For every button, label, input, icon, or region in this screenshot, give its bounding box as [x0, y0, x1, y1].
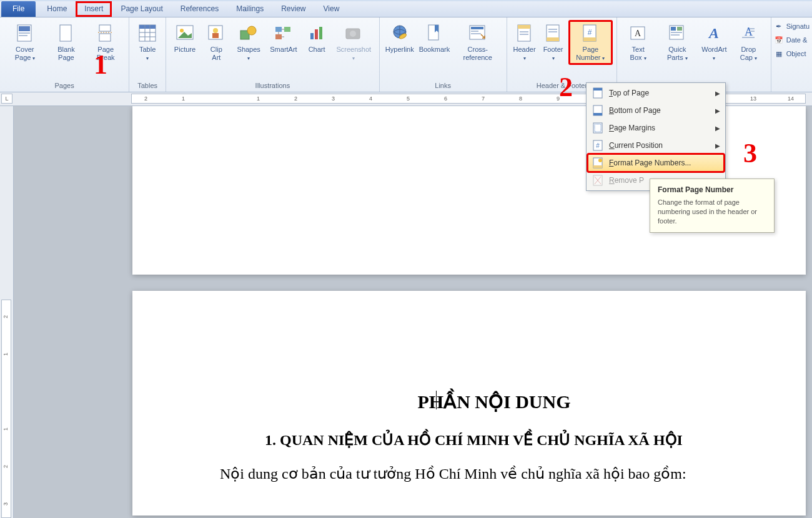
- dropdown-format-page-numbers[interactable]: Format Page Numbers...: [588, 154, 724, 172]
- table-button[interactable]: Table▾: [133, 20, 162, 65]
- drop-cap-label: Drop Cap ▾: [735, 46, 763, 62]
- ribbon: Cover Page ▾ Blank Page Page Break Pages…: [0, 17, 812, 92]
- chart-button[interactable]: Chart: [302, 20, 331, 57]
- picture-label: Picture: [174, 46, 196, 54]
- svg-rect-19: [212, 33, 219, 38]
- svg-rect-36: [471, 31, 478, 32]
- text-box-button[interactable]: A Text Box ▾: [621, 20, 655, 65]
- clip-art-label: Clip Art: [205, 46, 227, 62]
- document-paragraph: Nội dung cơ bản của tư tưởng Hồ Chí Minh…: [220, 465, 768, 482]
- cover-page-icon: [15, 23, 35, 43]
- menubar: File Home Insert Page Layout References …: [0, 1, 812, 17]
- menu-tab-mailings[interactable]: Mailings: [227, 1, 272, 17]
- svg-rect-26: [315, 29, 318, 39]
- quick-parts-button[interactable]: Quick Parts ▾: [656, 20, 698, 65]
- picture-button[interactable]: Picture: [170, 20, 200, 57]
- cover-page-button[interactable]: Cover Page ▾: [4, 20, 46, 65]
- ribbon-group-links: Hyperlink Bookmark Cross-reference Links: [380, 17, 507, 92]
- object-button[interactable]: ▦Object: [774, 49, 810, 59]
- chart-label: Chart: [309, 46, 325, 54]
- clip-art-icon: [206, 23, 226, 43]
- svg-rect-2: [19, 32, 30, 34]
- page-margins-icon: [592, 122, 604, 134]
- svg-text:A: A: [708, 25, 719, 41]
- wordart-icon: A: [704, 23, 724, 43]
- blank-page-label: Blank Page: [52, 46, 81, 62]
- svg-point-18: [213, 28, 218, 33]
- svg-point-71: [598, 159, 602, 162]
- clip-art-button[interactable]: Clip Art: [201, 20, 232, 65]
- svg-rect-55: [671, 34, 680, 36]
- svg-rect-47: [583, 37, 596, 41]
- page-break-label: Page Break: [91, 46, 121, 62]
- wordart-button[interactable]: A WordArt▾: [700, 20, 729, 65]
- shapes-button[interactable]: Shapes▾: [233, 20, 265, 65]
- screenshot-button[interactable]: Screenshot▾: [332, 20, 375, 65]
- menu-tab-review[interactable]: Review: [272, 1, 314, 17]
- dropdown-bottom-of-page[interactable]: Bottom of Page ▶: [588, 102, 724, 119]
- drop-cap-icon: A: [738, 23, 758, 43]
- hyperlink-button[interactable]: Hyperlink: [384, 20, 416, 57]
- svg-rect-9: [139, 25, 156, 29]
- svg-rect-44: [548, 29, 557, 30]
- date-time-button[interactable]: 📅Date &: [774, 35, 810, 45]
- cross-reference-icon: [468, 23, 488, 43]
- svg-rect-5: [99, 25, 111, 31]
- svg-rect-62: [593, 88, 602, 90]
- page-break-button[interactable]: Page Break: [86, 20, 125, 65]
- header-button[interactable]: Header▾: [511, 20, 538, 65]
- svg-rect-41: [520, 34, 528, 35]
- ruler-corner: L: [1, 94, 12, 104]
- blank-page-button[interactable]: Blank Page: [47, 20, 86, 65]
- screenshot-icon: [344, 23, 364, 43]
- svg-text:#: #: [596, 142, 600, 149]
- svg-rect-58: [750, 28, 755, 29]
- dropdown-top-of-page[interactable]: Top of Page ▶: [588, 84, 724, 102]
- object-icon: ▦: [774, 49, 784, 59]
- svg-rect-39: [518, 25, 530, 29]
- menu-tab-file[interactable]: File: [1, 1, 36, 17]
- page-bottom-icon: [592, 105, 604, 116]
- signature-line-button[interactable]: ✒Signatu: [774, 21, 810, 31]
- document-page-2[interactable]: PHẦN NỘI DUNG 1. QUAN NIỆM CỦA HỒ CHÍ MI…: [132, 291, 806, 516]
- dropdown-label: Bottom of Page: [609, 106, 661, 115]
- menu-tab-insert[interactable]: Insert: [76, 1, 112, 17]
- ribbon-group-label-links: Links: [384, 81, 503, 90]
- vertical-ruler[interactable]: 2 1 1 2 3: [0, 106, 14, 518]
- menu-tab-home[interactable]: Home: [38, 1, 76, 17]
- menu-tab-references[interactable]: References: [172, 1, 227, 17]
- dropdown-page-margins[interactable]: Page Margins ▶: [588, 119, 724, 137]
- page-number-button[interactable]: # Page Number ▾: [568, 20, 613, 65]
- format-page-number-icon: [592, 157, 604, 169]
- menu-tab-view[interactable]: View: [315, 1, 349, 17]
- picture-icon: [175, 23, 195, 43]
- footer-button[interactable]: Footer▾: [540, 20, 567, 65]
- svg-rect-35: [471, 27, 483, 29]
- dropdown-label: Format Page Numbers...: [609, 159, 691, 167]
- smartart-button[interactable]: SmartArt: [266, 20, 302, 57]
- svg-rect-37: [471, 33, 481, 34]
- page-break-icon: [96, 23, 116, 43]
- bookmark-button[interactable]: Bookmark: [417, 20, 452, 57]
- ribbon-right-extras: ✒Signatu 📅Date & ▦Object: [771, 17, 812, 92]
- submenu-arrow-icon: ▶: [715, 107, 720, 114]
- cross-reference-button[interactable]: Cross-reference: [453, 20, 503, 65]
- ribbon-group-pages: Cover Page ▾ Blank Page Page Break Pages: [0, 17, 129, 92]
- chart-icon: [307, 23, 327, 43]
- hyperlink-icon: [390, 23, 410, 43]
- dropdown-current-position[interactable]: # Current Position ▶: [588, 137, 724, 154]
- smartart-icon: [274, 23, 294, 43]
- table-icon: [137, 23, 157, 43]
- current-position-icon: #: [592, 140, 604, 151]
- smartart-label: SmartArt: [270, 46, 297, 54]
- ribbon-group-label-illustrations: Illustrations: [170, 81, 375, 90]
- menu-tab-page-layout[interactable]: Page Layout: [112, 1, 171, 17]
- svg-rect-40: [520, 31, 528, 32]
- svg-rect-53: [677, 27, 682, 31]
- submenu-arrow-icon: ▶: [715, 90, 720, 97]
- dropdown-label: Current Position: [609, 141, 663, 150]
- drop-cap-button[interactable]: A Drop Cap ▾: [730, 20, 767, 65]
- screenshot-label: Screenshot▾: [336, 46, 371, 62]
- svg-rect-60: [742, 37, 755, 38]
- tooltip-format-page-number: Format Page Number Change the format of …: [650, 178, 775, 233]
